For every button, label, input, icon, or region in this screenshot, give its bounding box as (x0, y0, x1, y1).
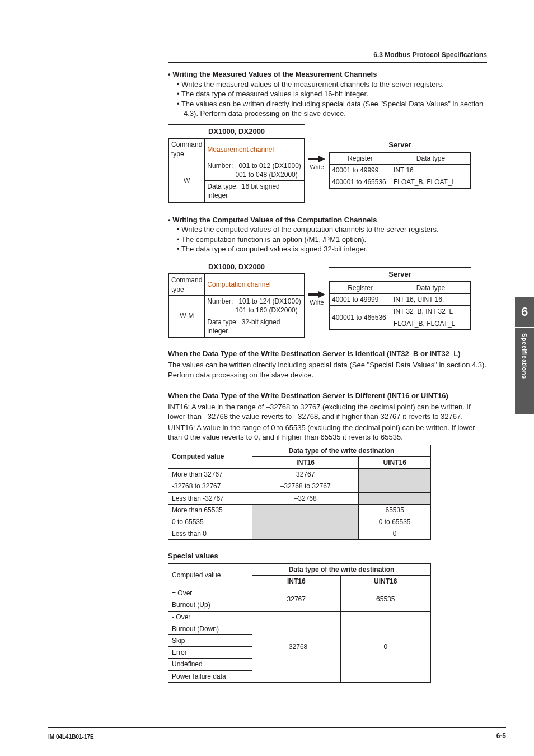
table-row: 0 to 655350 to 65535 (168, 516, 431, 528)
paragraph: INT16: A value in the range of –32768 to… (168, 402, 487, 422)
table-row: More than 3276732767 (168, 469, 431, 480)
th: INT16 (252, 576, 341, 587)
arrow-icon (308, 291, 325, 298)
subtitle-identical: When the Data Type of the Write Destinat… (168, 349, 487, 359)
table-row: -32768 to 32767–32768 to 32767 (168, 480, 431, 492)
cell: INT 16 (391, 164, 471, 176)
bullet: • Writes the computed values of the comp… (184, 225, 487, 235)
cell: W (169, 160, 205, 202)
heading-measured: • Writing the Measured Values of the Mea… (168, 69, 487, 80)
cell: INT 16, UINT 16, (391, 294, 471, 306)
cell-highlight: Computation channel (205, 274, 305, 295)
th: Computed value (168, 445, 252, 468)
th: Computed value (168, 563, 252, 587)
table-row: + Over 32767 65535 (168, 587, 431, 599)
cell: Register (330, 152, 391, 164)
cell: W-M (169, 295, 205, 337)
table-computed: Computed value Data type of the write de… (168, 445, 431, 540)
cell: FLOAT_B, FLOAT_L (391, 318, 471, 329)
bullet: • The values can be written directly inc… (184, 99, 487, 119)
subtitle-special: Special values (168, 551, 487, 561)
cell: Command type (169, 274, 205, 295)
cell: INT 32_B, INT 32_L (391, 306, 471, 318)
cell: Number: 001 to 012 (DX1000) 001 to 048 (… (205, 160, 305, 180)
paragraph: The values can be written directly inclu… (168, 360, 487, 380)
box-title: Server (329, 138, 471, 152)
arrow: Write (308, 291, 325, 307)
svg-marker-0 (308, 156, 325, 162)
cell: 40001 to 49999 (330, 294, 391, 306)
table-special: Computed value Data type of the write de… (168, 563, 431, 683)
bullet: • Writes the measured values of the meas… (184, 80, 487, 90)
th: UINT16 (340, 576, 430, 587)
box-title: DX1000, DX2000 (168, 125, 305, 139)
th: INT16 (252, 457, 359, 469)
cell: 400001 to 465536 (330, 176, 391, 188)
cell: Data type (391, 282, 471, 294)
table-row: More than 6553565535 (168, 504, 431, 516)
bullet: • The computation function is an option … (184, 235, 487, 245)
box-title: Server (329, 268, 471, 282)
th: Data type of the write destination (252, 563, 431, 575)
cell: Data type (391, 152, 471, 164)
diagram-measured: DX1000, DX2000 Command type Measurement … (168, 124, 487, 203)
cell: Command type (169, 139, 205, 160)
heading-computed: • Writing the Computed Values of the Com… (168, 215, 487, 225)
subtitle-different: When the Data Type of the Write Destinat… (168, 391, 487, 401)
box-title: DX1000, DX2000 (168, 260, 305, 274)
chapter-number: 6 (515, 297, 534, 328)
footer-page: 6-5 (496, 731, 506, 740)
footer-divider (48, 727, 506, 728)
diagram-computed: DX1000, DX2000 Command type Computation … (168, 260, 487, 338)
cell: Data type: 32-bit signed integer (205, 316, 305, 337)
cell: FLOAT_B, FLOAT_L (391, 176, 471, 188)
th: Data type of the write destination (252, 445, 431, 456)
bullet: • The data type of computed values is si… (184, 244, 487, 254)
side-tab: 6 Specifications (515, 297, 534, 414)
cell: Data type: 16 bit signed integer (205, 181, 305, 202)
footer-doc-id: IM 04L41B01-17E (48, 733, 94, 741)
arrow: Write (308, 155, 325, 171)
bullet: • The data type of measured values is si… (184, 89, 487, 99)
cell: Number: 101 to 124 (DX1000) 101 to 160 (… (205, 295, 305, 316)
cell: 40001 to 49999 (330, 164, 391, 176)
cell-highlight: Measurement channel (205, 139, 305, 160)
cell: Register (330, 282, 391, 294)
table-row: Less than 00 (168, 528, 431, 540)
chapter-label: Specifications (521, 328, 529, 385)
th: UINT16 (359, 457, 431, 469)
table-row: - Over –32768 0 (168, 611, 431, 623)
table-row: Less than -32767–32768 (168, 492, 431, 504)
svg-marker-1 (308, 291, 325, 298)
section-header: 6.3 Modbus Protocol Specifications (168, 50, 487, 63)
cell: 400001 to 465536 (330, 306, 391, 329)
paragraph: UINT16: A value in the range of 0 to 655… (168, 423, 487, 442)
arrow-icon (308, 155, 325, 163)
